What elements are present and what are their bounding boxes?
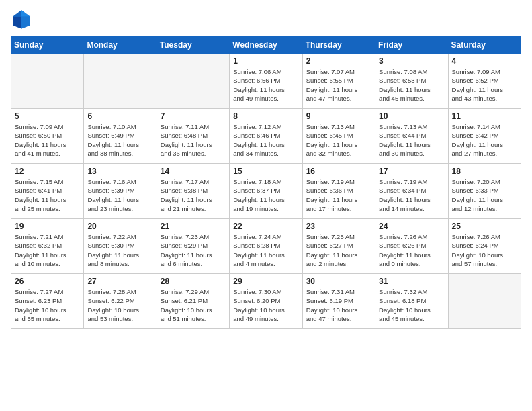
day-cell: 31Sunrise: 7:32 AM Sunset: 6:18 PM Dayli… (375, 274, 448, 329)
week-row-1: 1Sunrise: 7:06 AM Sunset: 6:56 PM Daylig… (11, 54, 521, 109)
day-info: Sunrise: 7:17 AM Sunset: 6:38 PM Dayligh… (161, 177, 226, 213)
day-info: Sunrise: 7:12 AM Sunset: 6:46 PM Dayligh… (233, 122, 298, 158)
day-number: 11 (452, 111, 517, 121)
logo-icon (11, 8, 32, 30)
day-info: Sunrise: 7:16 AM Sunset: 6:39 PM Dayligh… (87, 177, 152, 213)
day-info: Sunrise: 7:08 AM Sunset: 6:53 PM Dayligh… (379, 67, 444, 103)
day-number: 9 (306, 111, 371, 121)
day-cell: 12Sunrise: 7:15 AM Sunset: 6:41 PM Dayli… (11, 164, 84, 219)
day-info: Sunrise: 7:11 AM Sunset: 6:48 PM Dayligh… (161, 122, 226, 158)
day-info: Sunrise: 7:10 AM Sunset: 6:49 PM Dayligh… (87, 122, 152, 158)
day-number: 12 (15, 167, 80, 176)
day-cell: 26Sunrise: 7:27 AM Sunset: 6:23 PM Dayli… (11, 274, 84, 329)
day-info: Sunrise: 7:25 AM Sunset: 6:27 PM Dayligh… (306, 232, 371, 268)
day-info: Sunrise: 7:27 AM Sunset: 6:23 PM Dayligh… (15, 287, 80, 323)
day-cell: 17Sunrise: 7:19 AM Sunset: 6:34 PM Dayli… (375, 164, 448, 219)
day-info: Sunrise: 7:14 AM Sunset: 6:42 PM Dayligh… (452, 122, 517, 158)
day-number: 15 (233, 167, 298, 176)
svg-marker-4 (13, 10, 21, 17)
day-header-tuesday: Tuesday (157, 37, 229, 54)
day-info: Sunrise: 7:13 AM Sunset: 6:45 PM Dayligh… (306, 122, 371, 158)
day-cell: 30Sunrise: 7:31 AM Sunset: 6:19 PM Dayli… (302, 274, 375, 329)
day-cell (448, 274, 521, 329)
day-info: Sunrise: 7:07 AM Sunset: 6:55 PM Dayligh… (306, 67, 371, 103)
day-cell (11, 54, 84, 109)
day-number: 23 (306, 222, 371, 231)
day-cell: 21Sunrise: 7:23 AM Sunset: 6:29 PM Dayli… (157, 219, 229, 274)
svg-marker-3 (13, 17, 21, 29)
day-cell: 7Sunrise: 7:11 AM Sunset: 6:48 PM Daylig… (157, 109, 229, 164)
day-number: 27 (87, 277, 152, 286)
day-cell: 1Sunrise: 7:06 AM Sunset: 6:56 PM Daylig… (230, 54, 302, 109)
day-number: 2 (306, 56, 371, 66)
day-header-sunday: Sunday (11, 37, 84, 54)
day-cell: 14Sunrise: 7:17 AM Sunset: 6:38 PM Dayli… (157, 164, 229, 219)
day-number: 30 (306, 277, 371, 286)
day-info: Sunrise: 7:32 AM Sunset: 6:18 PM Dayligh… (379, 287, 444, 323)
day-number: 4 (452, 56, 517, 66)
logo (11, 8, 35, 30)
day-info: Sunrise: 7:31 AM Sunset: 6:19 PM Dayligh… (306, 287, 371, 323)
day-info: Sunrise: 7:20 AM Sunset: 6:33 PM Dayligh… (452, 177, 517, 213)
day-number: 6 (87, 111, 152, 121)
day-number: 21 (161, 222, 226, 231)
day-number: 13 (87, 167, 152, 176)
day-info: Sunrise: 7:23 AM Sunset: 6:29 PM Dayligh… (161, 232, 226, 268)
day-info: Sunrise: 7:13 AM Sunset: 6:44 PM Dayligh… (379, 122, 444, 158)
day-info: Sunrise: 7:22 AM Sunset: 6:30 PM Dayligh… (87, 232, 152, 268)
day-cell: 8Sunrise: 7:12 AM Sunset: 6:46 PM Daylig… (230, 109, 302, 164)
day-cell: 22Sunrise: 7:24 AM Sunset: 6:28 PM Dayli… (230, 219, 302, 274)
day-info: Sunrise: 7:24 AM Sunset: 6:28 PM Dayligh… (233, 232, 298, 268)
page-container: SundayMondayTuesdayWednesdayThursdayFrid… (0, 0, 532, 334)
day-cell: 23Sunrise: 7:25 AM Sunset: 6:27 PM Dayli… (302, 219, 375, 274)
day-number: 19 (15, 222, 80, 231)
day-info: Sunrise: 7:21 AM Sunset: 6:32 PM Dayligh… (15, 232, 80, 268)
day-number: 29 (233, 277, 298, 286)
day-number: 3 (379, 56, 444, 66)
day-info: Sunrise: 7:06 AM Sunset: 6:56 PM Dayligh… (233, 67, 298, 103)
day-number: 25 (452, 222, 517, 231)
header (11, 8, 521, 30)
day-number: 28 (161, 277, 226, 286)
day-header-wednesday: Wednesday (230, 37, 302, 54)
day-info: Sunrise: 7:19 AM Sunset: 6:34 PM Dayligh… (379, 177, 444, 213)
week-row-4: 19Sunrise: 7:21 AM Sunset: 6:32 PM Dayli… (11, 219, 521, 274)
day-cell (157, 54, 229, 109)
day-cell: 18Sunrise: 7:20 AM Sunset: 6:33 PM Dayli… (448, 164, 521, 219)
calendar-table: SundayMondayTuesdayWednesdayThursdayFrid… (11, 36, 521, 329)
day-info: Sunrise: 7:18 AM Sunset: 6:37 PM Dayligh… (233, 177, 298, 213)
day-number: 17 (379, 167, 444, 176)
day-number: 20 (87, 222, 152, 231)
day-info: Sunrise: 7:28 AM Sunset: 6:22 PM Dayligh… (87, 287, 152, 323)
day-info: Sunrise: 7:30 AM Sunset: 6:20 PM Dayligh… (233, 287, 298, 323)
day-number: 14 (161, 167, 226, 176)
day-cell: 4Sunrise: 7:09 AM Sunset: 6:52 PM Daylig… (448, 54, 521, 109)
day-cell: 6Sunrise: 7:10 AM Sunset: 6:49 PM Daylig… (84, 109, 157, 164)
week-row-5: 26Sunrise: 7:27 AM Sunset: 6:23 PM Dayli… (11, 274, 521, 329)
day-cell: 2Sunrise: 7:07 AM Sunset: 6:55 PM Daylig… (302, 54, 375, 109)
day-info: Sunrise: 7:19 AM Sunset: 6:36 PM Dayligh… (306, 177, 371, 213)
day-cell: 19Sunrise: 7:21 AM Sunset: 6:32 PM Dayli… (11, 219, 84, 274)
day-number: 22 (233, 222, 298, 231)
week-row-3: 12Sunrise: 7:15 AM Sunset: 6:41 PM Dayli… (11, 164, 521, 219)
day-header-monday: Monday (84, 37, 157, 54)
week-row-2: 5Sunrise: 7:09 AM Sunset: 6:50 PM Daylig… (11, 109, 521, 164)
day-header-friday: Friday (375, 37, 448, 54)
day-cell: 28Sunrise: 7:29 AM Sunset: 6:21 PM Dayli… (157, 274, 229, 329)
day-cell: 9Sunrise: 7:13 AM Sunset: 6:45 PM Daylig… (302, 109, 375, 164)
day-number: 7 (161, 111, 226, 121)
day-cell: 24Sunrise: 7:26 AM Sunset: 6:26 PM Dayli… (375, 219, 448, 274)
day-header-saturday: Saturday (448, 37, 521, 54)
day-cell: 27Sunrise: 7:28 AM Sunset: 6:22 PM Dayli… (84, 274, 157, 329)
day-info: Sunrise: 7:26 AM Sunset: 6:26 PM Dayligh… (379, 232, 444, 268)
day-header-thursday: Thursday (302, 37, 375, 54)
day-cell: 10Sunrise: 7:13 AM Sunset: 6:44 PM Dayli… (375, 109, 448, 164)
day-number: 5 (15, 111, 80, 121)
day-number: 31 (379, 277, 444, 286)
day-info: Sunrise: 7:29 AM Sunset: 6:21 PM Dayligh… (161, 287, 226, 323)
calendar-header-row: SundayMondayTuesdayWednesdayThursdayFrid… (11, 37, 521, 54)
day-info: Sunrise: 7:09 AM Sunset: 6:52 PM Dayligh… (452, 67, 517, 103)
day-cell: 11Sunrise: 7:14 AM Sunset: 6:42 PM Dayli… (448, 109, 521, 164)
day-cell: 29Sunrise: 7:30 AM Sunset: 6:20 PM Dayli… (230, 274, 302, 329)
day-number: 26 (15, 277, 80, 286)
